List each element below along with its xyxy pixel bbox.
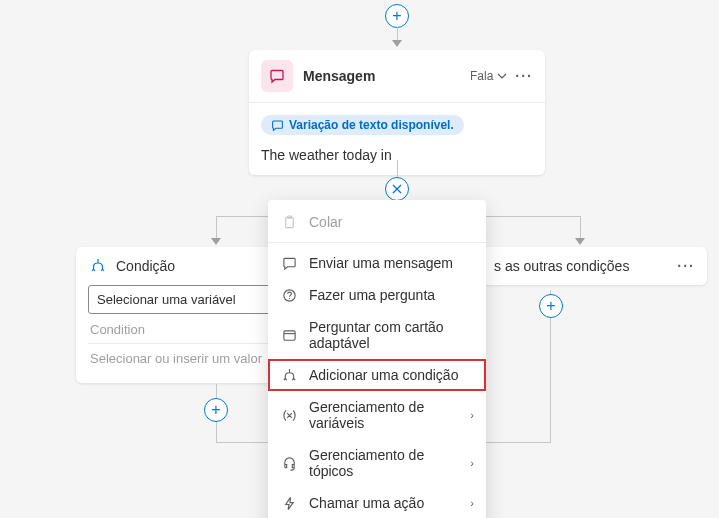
card-icon xyxy=(280,328,298,343)
headset-icon xyxy=(280,456,298,471)
menu-item-ask-question[interactable]: Fazer uma pergunta xyxy=(268,279,486,311)
branch-icon xyxy=(90,258,106,274)
menu-label: Fazer uma pergunta xyxy=(309,287,474,303)
menu-item-adaptive-card[interactable]: Perguntar com cartão adaptável xyxy=(268,311,486,359)
variable-icon xyxy=(280,408,298,423)
more-options-button[interactable]: ··· xyxy=(677,258,695,274)
menu-label: Adicionar uma condição xyxy=(309,367,474,383)
menu-label: Colar xyxy=(309,214,474,230)
svg-point-3 xyxy=(288,297,289,298)
arrow-down-icon xyxy=(575,238,585,245)
menu-item-topic-management[interactable]: Gerenciamento de tópicos › xyxy=(268,439,486,487)
menu-item-paste: Colar xyxy=(268,206,486,238)
svg-rect-4 xyxy=(283,330,294,339)
message-node-card[interactable]: Mensagem Fala ··· Variação de texto disp… xyxy=(249,50,545,175)
connector-line xyxy=(580,216,581,238)
menu-item-call-action[interactable]: Chamar uma ação › xyxy=(268,487,486,518)
connector-line xyxy=(397,27,398,40)
message-header: Mensagem Fala ··· xyxy=(249,50,545,103)
close-add-button[interactable] xyxy=(385,177,409,201)
arrow-down-icon xyxy=(211,238,221,245)
chevron-right-icon: › xyxy=(470,497,474,509)
all-other-conditions-card[interactable]: s as outras condições ··· xyxy=(482,247,707,285)
paste-icon xyxy=(280,215,298,230)
menu-label: Perguntar com cartão adaptável xyxy=(309,319,474,351)
connector-line xyxy=(216,422,217,442)
menu-label: Gerenciamento de variáveis xyxy=(309,399,459,431)
more-options-button[interactable]: ··· xyxy=(515,68,533,84)
lightning-icon xyxy=(280,496,298,511)
menu-item-add-condition[interactable]: Adicionar uma condição xyxy=(268,359,486,391)
text-variation-pill[interactable]: Variação de texto disponível. xyxy=(261,115,464,135)
menu-label: Enviar uma mensagem xyxy=(309,255,474,271)
menu-item-send-message[interactable]: Enviar uma mensagem xyxy=(268,247,486,279)
add-node-top-button[interactable]: + xyxy=(385,4,409,28)
arrow-down-icon xyxy=(392,40,402,47)
add-node-left-button[interactable]: + xyxy=(204,398,228,422)
message-icon xyxy=(261,60,293,92)
connector-line xyxy=(397,160,398,177)
chevron-right-icon: › xyxy=(470,457,474,469)
menu-item-variable-management[interactable]: Gerenciamento de variáveis › xyxy=(268,391,486,439)
add-node-right-button[interactable]: + xyxy=(539,294,563,318)
connector-line xyxy=(216,384,217,398)
speak-label[interactable]: Fala xyxy=(470,69,493,83)
chevron-down-icon[interactable] xyxy=(497,71,507,81)
chevron-right-icon: › xyxy=(470,409,474,421)
question-icon xyxy=(280,288,298,303)
condition-title: Condição xyxy=(116,258,175,274)
menu-label: Gerenciamento de tópicos xyxy=(309,447,459,479)
branch-icon xyxy=(280,368,298,383)
message-title: Mensagem xyxy=(303,68,470,84)
add-node-context-menu: Colar Enviar uma mensagem Fazer uma perg… xyxy=(268,200,486,518)
variation-label: Variação de texto disponível. xyxy=(289,118,454,132)
menu-label: Chamar uma ação xyxy=(309,495,459,511)
menu-separator xyxy=(268,242,486,243)
other-conditions-label: s as outras condições xyxy=(494,258,677,274)
connector-line xyxy=(216,216,217,238)
svg-rect-0 xyxy=(285,217,293,227)
connector-line xyxy=(550,318,551,442)
message-icon xyxy=(280,256,298,271)
message-icon xyxy=(271,119,284,132)
